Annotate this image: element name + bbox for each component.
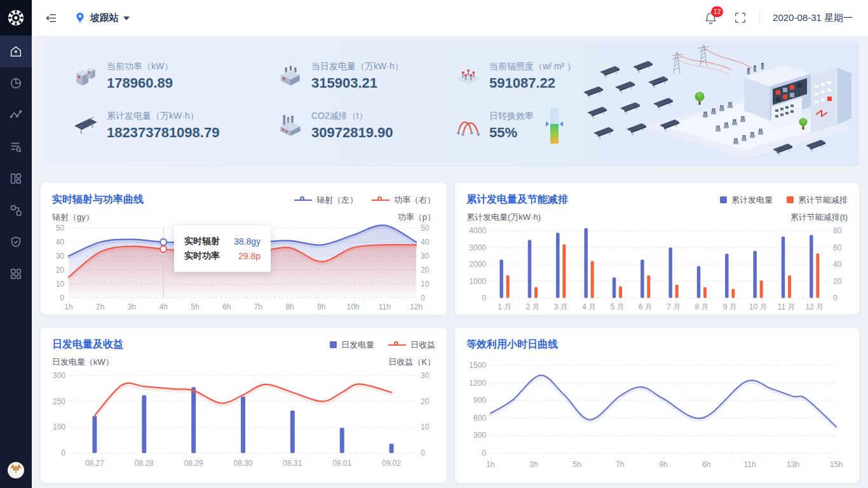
legend: 日发电量 日收益 xyxy=(330,339,435,351)
log-search-icon xyxy=(9,140,23,154)
svg-text:11 月: 11 月 xyxy=(778,302,796,311)
topology-icon xyxy=(9,203,23,217)
svg-text:3000: 3000 xyxy=(469,243,486,252)
legend-item-cum-generation[interactable]: 累计发电量 xyxy=(720,194,773,206)
card-daily: 日发电量及收益 日发电量 日收益 xyxy=(41,328,447,483)
legend-item-radiation[interactable]: 辐射（左） xyxy=(294,194,358,206)
card-cumulative: 累计发电量及节能减排 累计发电量 累计节能减排 xyxy=(455,183,859,315)
svg-text:9h: 9h xyxy=(317,302,325,311)
sidebar-item-devices[interactable] xyxy=(0,163,32,194)
station-name: 坡跟站 xyxy=(90,12,119,24)
stat-label: 日转换效率 xyxy=(489,111,534,122)
svg-text:10: 10 xyxy=(421,280,430,288)
sidebar-item-topology[interactable] xyxy=(0,194,32,226)
y-left-title: 累计发电量(万kW·h) xyxy=(466,212,541,223)
chart-area: 0300600900120015001h3h5h7h9h6h11h13h15h xyxy=(466,358,848,473)
svg-text:5h: 5h xyxy=(573,460,581,469)
svg-text:20: 20 xyxy=(421,266,430,274)
app-logo[interactable] xyxy=(0,0,32,36)
stat-value: 591087.22 xyxy=(489,75,576,92)
legend-item-daily-generation[interactable]: 日发电量 xyxy=(330,339,374,351)
svg-text:08.31: 08.31 xyxy=(283,459,302,468)
location-pin-icon xyxy=(74,11,86,24)
user-avatar[interactable] xyxy=(7,461,25,479)
svg-text:300: 300 xyxy=(53,371,65,380)
svg-text:08.29: 08.29 xyxy=(184,459,203,468)
stats-grid: 当前功率（kW） 178960.89 xyxy=(72,61,665,144)
stat-value: 55% xyxy=(489,125,534,141)
svg-text:250: 250 xyxy=(53,397,65,406)
sidebar-item-analytics[interactable] xyxy=(0,67,32,99)
svg-text:2 月: 2 月 xyxy=(526,302,539,311)
notifications-button[interactable]: 12 xyxy=(704,11,717,25)
stat-value: 182373781098.79 xyxy=(107,125,219,141)
svg-text:7 月: 7 月 xyxy=(667,302,681,311)
stat-label: 当前功率（kW） xyxy=(107,61,173,72)
svg-text:600: 600 xyxy=(473,414,486,423)
sidebar-item-logs[interactable] xyxy=(0,131,32,163)
svg-text:10: 10 xyxy=(56,280,65,288)
svg-text:1000: 1000 xyxy=(469,277,486,286)
legend-label: 累计发电量 xyxy=(731,194,773,206)
svg-text:9h: 9h xyxy=(659,460,667,469)
tooltip-label: 实时功率 xyxy=(184,250,220,262)
svg-text:7h: 7h xyxy=(616,460,624,469)
home-icon xyxy=(9,44,23,58)
chart-area: 00101020203030404050501h2h3h4h5h6h7h8h9h… xyxy=(52,223,435,316)
svg-text:09.01: 09.01 xyxy=(332,459,351,468)
sidebar-item-apps[interactable] xyxy=(0,258,32,290)
legend-item-cum-saving[interactable]: 累计节能减排 xyxy=(787,194,848,206)
svg-text:5 月: 5 月 xyxy=(610,302,624,311)
svg-text:08.30: 08.30 xyxy=(233,459,252,468)
equivalent-hours-chart[interactable]: 0300600900120015001h3h5h7h9h6h11h13h15h xyxy=(466,358,848,471)
plant-illustration xyxy=(582,43,855,164)
svg-text:5h: 5h xyxy=(191,302,199,311)
chevron-down-icon xyxy=(123,17,130,20)
svg-text:10 月: 10 月 xyxy=(749,302,768,311)
sidebar-item-home[interactable] xyxy=(0,36,32,67)
stat-value: 178960.89 xyxy=(107,75,173,92)
stat-label: CO2减排（t） xyxy=(311,111,393,122)
svg-text:30: 30 xyxy=(56,252,65,261)
svg-text:8h: 8h xyxy=(285,302,294,311)
sidebar-item-security[interactable] xyxy=(0,226,32,258)
legend-item-power[interactable]: 功率（右） xyxy=(372,194,435,206)
card-title: 等效利用小时日曲线 xyxy=(466,338,558,351)
svg-text:900: 900 xyxy=(473,396,486,405)
daily-chart[interactable]: 0010010250203003008.2708.2808.2908.3008.… xyxy=(52,368,435,470)
tooltip-value: 29.8p xyxy=(238,251,261,261)
sidebar-item-monitor[interactable] xyxy=(0,99,32,131)
svg-text:0: 0 xyxy=(833,294,837,302)
svg-text:40: 40 xyxy=(421,238,430,247)
svg-text:0: 0 xyxy=(60,294,64,302)
stat-value: 30972819.90 xyxy=(311,125,393,141)
pie-chart-icon xyxy=(9,76,23,90)
svg-text:3h: 3h xyxy=(128,302,136,311)
station-selector[interactable]: 坡跟站 xyxy=(74,11,130,24)
current-date: 2020-08-31 星期一 xyxy=(773,12,853,24)
power-icon xyxy=(72,64,99,88)
charts-grid: 实时辐射与功率曲线 辐射（左） 功率（右） xyxy=(41,183,859,483)
line-legend-glyph xyxy=(388,344,406,346)
cumulative-chart[interactable]: 001000202000403000604000801 月2 月3 月4 月5 … xyxy=(466,223,848,313)
stats-banner: 当前功率（kW） 178960.89 xyxy=(41,41,859,166)
svg-text:20: 20 xyxy=(56,266,65,274)
legend-label: 辐射（左） xyxy=(316,194,358,206)
legend-label: 日收益 xyxy=(410,339,435,351)
legend-item-daily-income[interactable]: 日收益 xyxy=(388,339,435,351)
y-right-title: 日收益（K） xyxy=(388,356,435,368)
svg-text:6h: 6h xyxy=(702,460,710,469)
tooltip-label: 实时辐射 xyxy=(184,236,220,247)
notification-badge: 12 xyxy=(711,6,723,17)
svg-text:8 月: 8 月 xyxy=(695,302,709,311)
square-legend-glyph xyxy=(330,341,337,348)
fullscreen-button[interactable] xyxy=(734,11,747,24)
svg-text:4 月: 4 月 xyxy=(582,302,596,311)
svg-text:4000: 4000 xyxy=(469,226,486,235)
svg-text:1200: 1200 xyxy=(469,379,486,388)
svg-text:08.27: 08.27 xyxy=(85,459,104,468)
svg-text:10: 10 xyxy=(421,423,430,431)
legend-label: 功率（右） xyxy=(394,194,435,206)
legend: 辐射（左） 功率（右） xyxy=(294,194,435,206)
menu-collapse-button[interactable] xyxy=(44,11,58,25)
